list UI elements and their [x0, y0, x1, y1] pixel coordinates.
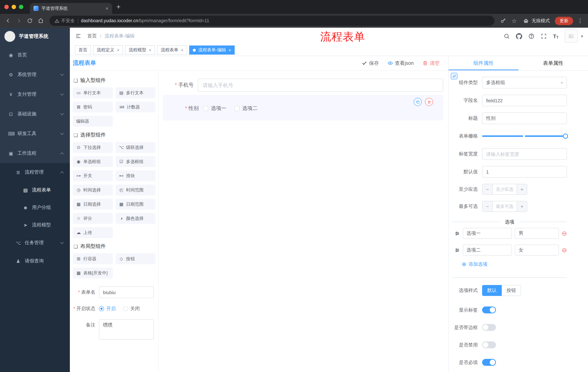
view-json-button[interactable]: 查看json	[388, 60, 414, 66]
search-icon[interactable]	[504, 33, 510, 39]
status-off-radio[interactable]	[123, 306, 128, 311]
tag-process-model[interactable]: 流程模型×	[125, 45, 155, 55]
palette-item-date-picker[interactable]: ▦日期选择	[73, 199, 113, 210]
close-icon[interactable]: ×	[149, 47, 151, 53]
border-toggle[interactable]	[482, 324, 496, 331]
hamburger-icon[interactable]	[75, 33, 82, 39]
palette-item-switch[interactable]: ⊶开关	[73, 170, 113, 181]
help-icon[interactable]	[528, 33, 534, 39]
clear-button[interactable]: 清空	[422, 60, 440, 66]
style-default-button[interactable]: 默认	[482, 285, 502, 296]
slider-handle[interactable]	[563, 134, 568, 139]
delete-component-button[interactable]	[425, 98, 433, 106]
add-option-button[interactable]: ⊕ 添加选项	[462, 261, 567, 267]
remove-option-icon[interactable]: ⊖	[562, 247, 567, 253]
app-logo[interactable]: 芋道管理系统	[0, 28, 70, 45]
tag-process-form-edit[interactable]: 流程表单-编辑×	[189, 45, 235, 55]
remove-option-icon[interactable]: ⊖	[562, 230, 567, 236]
form-canvas[interactable]: 手机号	[159, 71, 448, 372]
sidebar-item-system[interactable]: ⚙ 系统管理	[0, 65, 70, 85]
default-value-input[interactable]	[482, 166, 567, 178]
sidebar-item-process-management[interactable]: ≣ 流程管理	[0, 163, 70, 181]
new-tab-button[interactable]: +	[116, 3, 120, 11]
security-badge[interactable]: 不安全	[55, 18, 75, 24]
palette-item-time-range[interactable]: ◴时间范围	[116, 185, 155, 195]
sidebar-item-payment[interactable]: ¥ 支付管理	[0, 85, 70, 104]
address-bar[interactable]: 不安全 dashboard.yudao.iocoder.cn/bpm/manag…	[50, 16, 494, 26]
min-select-input[interactable]	[493, 184, 517, 194]
style-button-button[interactable]: 按钮	[502, 285, 521, 296]
field-name-input[interactable]	[482, 95, 567, 106]
title-input[interactable]	[482, 112, 567, 124]
palette-item-cascader[interactable]: ⌥级联选择	[116, 142, 155, 153]
decrease-button[interactable]: −	[483, 201, 493, 212]
github-icon[interactable]	[516, 33, 522, 39]
tab-form-props[interactable]: 表单属性	[518, 56, 588, 70]
disabled-toggle[interactable]	[482, 341, 496, 348]
palette-item-row-container[interactable]: ⊞行容器	[73, 253, 113, 264]
palette-item-counter[interactable]: 123计数器	[116, 102, 155, 112]
palette-item-radio-group[interactable]: ◉单选框组	[73, 156, 113, 167]
link-button[interactable]	[451, 73, 457, 79]
palette-item-password[interactable]: ⊠密码	[73, 102, 113, 112]
maximize-window-button[interactable]	[19, 5, 23, 9]
font-size-icon[interactable]: TT	[553, 33, 558, 39]
increase-button[interactable]: +	[517, 184, 527, 194]
palette-item-multi-line-text[interactable]: ▤多行文本	[116, 87, 155, 98]
gender-field-row[interactable]: 性别 选项一 选项二	[163, 95, 443, 120]
increase-button[interactable]: +	[517, 201, 527, 212]
option-label-input[interactable]	[463, 244, 512, 255]
close-icon[interactable]: ×	[181, 47, 183, 53]
sidebar-item-infra[interactable]: ⊡ 基础设施	[0, 104, 70, 124]
password-key-icon[interactable]	[498, 16, 508, 26]
form-name-input[interactable]	[99, 287, 154, 298]
palette-item-color-picker[interactable]: ◑颜色选择	[116, 213, 155, 224]
minimize-window-button[interactable]	[12, 5, 16, 9]
show-label-toggle[interactable]	[482, 307, 496, 313]
option-label-input[interactable]	[463, 228, 512, 239]
tag-home[interactable]: 首页	[75, 45, 91, 55]
sidebar-item-leave-query[interactable]: ♟ 请假查询	[0, 252, 70, 270]
form-grid-slider[interactable]	[482, 130, 567, 142]
sidebar-item-workflow[interactable]: ▣ 工作流程	[0, 143, 70, 163]
palette-item-upload[interactable]: ☁上传	[73, 227, 113, 238]
browser-tab[interactable]: 芋道管理系统 ×	[30, 3, 112, 14]
slider-track[interactable]	[482, 135, 567, 137]
close-icon[interactable]: ×	[229, 47, 231, 53]
palette-item-slider[interactable]: ⊷滑块	[116, 170, 155, 181]
home-icon[interactable]	[36, 16, 46, 26]
phone-input[interactable]	[198, 79, 443, 92]
option1-checkbox[interactable]	[203, 106, 208, 111]
sidebar-item-task-management[interactable]: ⌥ 任务管理	[0, 234, 70, 252]
tab-component-props[interactable]: 组件属性	[449, 56, 518, 70]
sidebar-item-process-model[interactable]: ➤ 流程模型	[0, 216, 70, 234]
close-icon[interactable]: ×	[117, 47, 119, 53]
drag-handle-icon[interactable]	[454, 231, 460, 236]
max-select-input[interactable]	[493, 201, 517, 212]
palette-item-single-line-text[interactable]: ▭单行文本	[73, 87, 113, 98]
required-toggle[interactable]	[482, 359, 496, 366]
option2-checkbox[interactable]	[234, 106, 239, 111]
copy-component-button[interactable]	[414, 98, 422, 106]
fullscreen-icon[interactable]	[541, 33, 547, 39]
sidebar-item-process-form[interactable]: ▤ 流程表单	[0, 181, 70, 199]
forward-icon[interactable]	[14, 16, 24, 26]
tag-process-form[interactable]: 流程表单×	[157, 45, 187, 55]
palette-item-time-picker[interactable]: ◷时间选择	[73, 185, 113, 195]
palette-item-table[interactable]: ▦表格[开发中]	[73, 267, 113, 278]
palette-item-checkbox-group[interactable]: ☑多选框组	[116, 156, 155, 167]
sidebar-item-user-group[interactable]: ☻ 用户分组	[0, 199, 70, 216]
palette-item-rate[interactable]: ☆评分	[73, 213, 113, 224]
option-value-input[interactable]	[515, 228, 559, 239]
component-type-select[interactable]: 多选框组 ▾	[482, 77, 567, 88]
option-value-input[interactable]	[515, 244, 559, 255]
save-button[interactable]: 保存	[362, 60, 379, 66]
palette-item-editor[interactable]: 编辑器	[73, 116, 113, 127]
sidebar-item-home[interactable]: ◉ 首页	[0, 45, 70, 65]
bookmark-star-icon[interactable]: ☆	[509, 16, 519, 26]
close-window-button[interactable]	[4, 5, 9, 9]
avatar-caret-icon[interactable]: ▾	[581, 34, 583, 38]
drag-handle-icon[interactable]	[454, 247, 460, 253]
status-on-radio[interactable]	[99, 306, 104, 311]
phone-field-row[interactable]: 手机号	[163, 79, 443, 92]
